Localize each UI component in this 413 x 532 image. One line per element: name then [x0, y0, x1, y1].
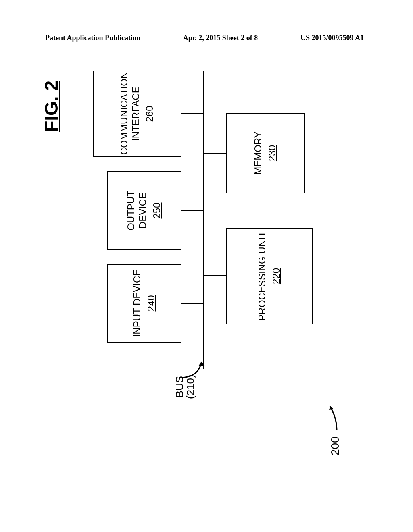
block-communication-interface: COMMUNICATION INTERFACE 260	[93, 71, 181, 157]
bus-line	[203, 71, 204, 369]
block-number: 250	[151, 174, 163, 247]
block-label: INPUT DEVICE	[131, 266, 143, 340]
block-memory: MEMORY 230	[226, 113, 305, 193]
header-center: Apr. 2, 2015 Sheet 2 of 8	[183, 34, 258, 42]
figure-title: FIG. 2	[40, 81, 62, 132]
figure-canvas: FIG. 2 200 BUS (210) INPUT DEVICE 240	[36, 64, 375, 468]
block-output-device: OUTPUT DEVICE 250	[107, 171, 181, 250]
block-input-device: INPUT DEVICE 240	[107, 264, 181, 343]
arrow-icon	[327, 398, 339, 430]
connector	[181, 210, 203, 211]
page-header: Patent Application Publication Apr. 2, 2…	[45, 34, 364, 42]
bus-arrow-icon	[177, 351, 210, 380]
figure-2: FIG. 2 200 BUS (210) INPUT DEVICE 240	[36, 64, 375, 468]
block-processing-unit: PROCESSING UNIT 220	[226, 228, 313, 324]
block-label: PROCESSING UNIT	[257, 230, 268, 322]
block-number: 230	[267, 115, 278, 191]
header-left: Patent Application Publication	[45, 34, 140, 42]
connector	[204, 275, 226, 276]
block-number: 220	[271, 230, 282, 322]
block-number: 240	[146, 266, 157, 340]
block-number: 260	[144, 73, 156, 155]
reference-numeral-200: 200	[329, 436, 342, 455]
block-label: OUTPUT DEVICE	[125, 174, 149, 247]
header-right: US 2015/0095509 A1	[300, 34, 364, 42]
block-label-line2: INTERFACE	[130, 73, 142, 155]
connector	[181, 303, 203, 304]
page: Patent Application Publication Apr. 2, 2…	[0, 0, 413, 532]
block-label-line1: COMMUNICATION	[119, 73, 130, 155]
connector	[181, 113, 203, 114]
connector	[204, 153, 226, 154]
block-label: MEMORY	[252, 115, 264, 191]
